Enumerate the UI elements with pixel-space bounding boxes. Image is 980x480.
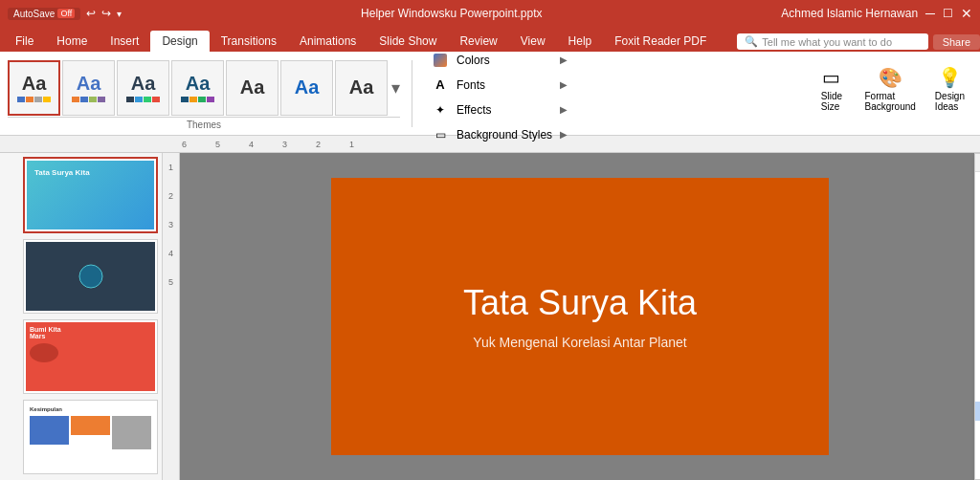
slide-thumb-container-2: 2 — [4, 239, 158, 314]
slide-size-icon: ▭ — [822, 66, 840, 89]
submenu-item-redviolet[interactable]: Red Violet — [975, 459, 980, 478]
submenu-item-greenyellow[interactable]: Green Yellow — [975, 325, 980, 344]
theme-label: Aa — [186, 73, 211, 95]
slide-preview-4: Kesimpulan — [26, 403, 155, 471]
slide-size-label: SlideSize — [821, 91, 842, 112]
tab-home[interactable]: Home — [45, 31, 99, 52]
submenu-item-office2007[interactable]: Office 2007 - 2010 — [975, 191, 980, 210]
submenu-item-orange[interactable]: Orange — [975, 382, 980, 402]
submenu-item-bluegreen[interactable]: Blue Green — [975, 287, 980, 306]
submenu-item-blue[interactable]: Blue — [975, 249, 980, 268]
ribbon-group-right: ▭ SlideSize 🎨 FormatBackground 💡 DesignI… — [810, 55, 972, 132]
submenu-item-bluewarm[interactable]: Blue Warm — [975, 229, 980, 249]
theme-item-1[interactable]: Aa — [8, 60, 60, 116]
design-ideas-button[interactable]: 💡 DesignIdeas — [927, 59, 972, 119]
slide-subtitle: Yuk Mengenal Korelasi Antar Planet — [473, 335, 686, 350]
more-icon[interactable]: ▾ — [117, 9, 122, 19]
effects-arrow: ▶ — [560, 104, 568, 115]
slide-title: Tata Surya Kita — [463, 283, 697, 323]
close-icon[interactable]: ✕ — [961, 6, 972, 21]
username-label: Achmed Islamic Hernawan — [781, 7, 918, 20]
theme-label: Aa — [240, 76, 265, 98]
submenu-item-yelloworange[interactable]: Yellow Orange — [975, 363, 980, 382]
slide-preview-3: Bumi KitaMars — [26, 322, 155, 391]
submenu-item-blueii[interactable]: Blue II — [975, 268, 980, 287]
restore-icon[interactable]: ☐ — [943, 7, 953, 20]
slide-thumb-container-4: 4 Kesimpulan — [4, 400, 158, 474]
theme-label: Aa — [131, 73, 156, 95]
themes-row: Aa Aa Aa — [8, 55, 400, 117]
slide-preview-2 — [26, 242, 155, 311]
window-title: Helper Windowsku Powerpoint.pptx — [361, 7, 542, 20]
slide-size-button[interactable]: ▭ SlideSize — [810, 59, 853, 119]
theme-label: Aa — [295, 76, 320, 98]
slide-thumb-2[interactable] — [23, 239, 158, 314]
ribbon-area: Aa Aa Aa — [0, 52, 980, 136]
slide-preview-1: Tata Surya Kita — [27, 161, 154, 229]
slide-thumb-container-1: 1 Tata Surya Kita — [4, 157, 158, 233]
theme-label: Aa — [22, 73, 47, 95]
slide-canvas[interactable]: Tata Surya Kita Yuk Mengenal Korelasi An… — [331, 178, 829, 455]
submenu-item-orangered[interactable]: Orange Red — [975, 402, 980, 421]
tab-transitions[interactable]: Transitions — [210, 31, 288, 52]
theme-label: Aa — [77, 73, 101, 95]
tab-foxit[interactable]: Foxit Reader PDF — [603, 31, 718, 52]
submenu-scroll[interactable]: Office Office 2007 - 2010 — [975, 172, 980, 480]
submenu-item-green[interactable]: Green — [975, 306, 980, 325]
format-background-button[interactable]: 🎨 FormatBackground — [857, 59, 923, 119]
fonts-dropdown-item[interactable]: A Fonts ▶ — [424, 74, 575, 97]
themes-section: Aa Aa Aa — [8, 55, 400, 132]
bg-styles-dropdown-item[interactable]: ▭ Background Styles ▶ — [424, 123, 575, 146]
title-bar: AutoSave Off ↩ ↪ ▾ Helper Windowsku Powe… — [0, 0, 980, 27]
autosave-status: Off — [57, 9, 75, 18]
submenu-item-red[interactable]: Red — [975, 440, 980, 459]
submenu-header-office: Office — [975, 154, 980, 172]
bg-styles-arrow: ▶ — [560, 129, 568, 140]
redo-icon[interactable]: ↪ — [101, 7, 111, 20]
slide-thumb-3[interactable]: Bumi KitaMars — [23, 319, 158, 394]
design-ideas-icon: 💡 — [938, 66, 962, 89]
submenu-item-grayscale[interactable]: Grayscale — [975, 210, 980, 229]
undo-icon[interactable]: ↩ — [86, 7, 96, 20]
search-bar[interactable]: 🔍 Tell me what you want to do — [737, 33, 928, 50]
bg-styles-icon: ▭ — [432, 126, 449, 143]
tab-design[interactable]: Design — [150, 31, 209, 52]
search-placeholder: Tell me what you want to do — [762, 36, 892, 48]
theme-item-3[interactable]: Aa — [117, 60, 169, 116]
customize-section: Colors ▶ A Fonts ▶ ✦ Effects ▶ ▭ Backgro… — [424, 41, 575, 146]
format-bg-label: FormatBackground — [864, 91, 915, 112]
submenu-item-redorange[interactable]: Red Orange — [975, 421, 980, 440]
tab-file[interactable]: File — [4, 31, 45, 52]
colors-dropdown-item[interactable]: Colors ▶ — [424, 49, 575, 72]
effects-icon: ✦ — [432, 101, 449, 119]
theme-item-6[interactable]: Aa — [280, 60, 333, 116]
submenu-item-office[interactable]: Office — [975, 172, 980, 191]
themes-scroll-down[interactable]: ▾ — [391, 77, 400, 98]
colors-submenu: Office Office — [974, 153, 980, 480]
theme-item-4[interactable]: Aa — [171, 60, 224, 116]
design-ideas-label: DesignIdeas — [935, 91, 965, 112]
effects-dropdown-item[interactable]: ✦ Effects ▶ — [424, 98, 575, 121]
slide-panel: 1 Tata Surya Kita 2 — [0, 153, 163, 480]
title-bar-left: AutoSave Off ↩ ↪ ▾ — [8, 7, 122, 20]
slide-thumb-4[interactable]: Kesimpulan — [23, 400, 158, 474]
tab-animations[interactable]: Animations — [288, 31, 368, 52]
minimize-icon[interactable]: ─ — [925, 6, 935, 21]
tab-insert[interactable]: Insert — [99, 31, 150, 52]
submenu-item-yellow[interactable]: Yellow — [975, 344, 980, 363]
colors-icon — [432, 52, 449, 69]
format-bg-icon: 🎨 — [879, 66, 902, 89]
slide-thumb-container-3: 3 Bumi KitaMars — [4, 319, 158, 394]
share-button[interactable]: Share — [933, 34, 980, 50]
canvas-area: Tata Surya Kita Yuk Mengenal Korelasi An… — [180, 153, 980, 480]
autosave-label: AutoSave — [13, 9, 55, 19]
theme-item-5[interactable]: Aa — [226, 60, 278, 116]
autosave-toggle[interactable]: AutoSave Off — [8, 8, 80, 20]
theme-item-2[interactable]: Aa — [62, 60, 115, 116]
theme-item-7[interactable]: Aa — [335, 60, 388, 116]
fonts-icon: A — [432, 76, 449, 94]
ruler-vertical: 1 2 3 4 5 — [163, 153, 180, 480]
title-bar-right: Achmed Islamic Hernawan ─ ☐ ✕ — [781, 6, 972, 21]
main-area: 1 Tata Surya Kita 2 — [0, 153, 980, 480]
slide-thumb-1[interactable]: Tata Surya Kita — [23, 157, 158, 233]
